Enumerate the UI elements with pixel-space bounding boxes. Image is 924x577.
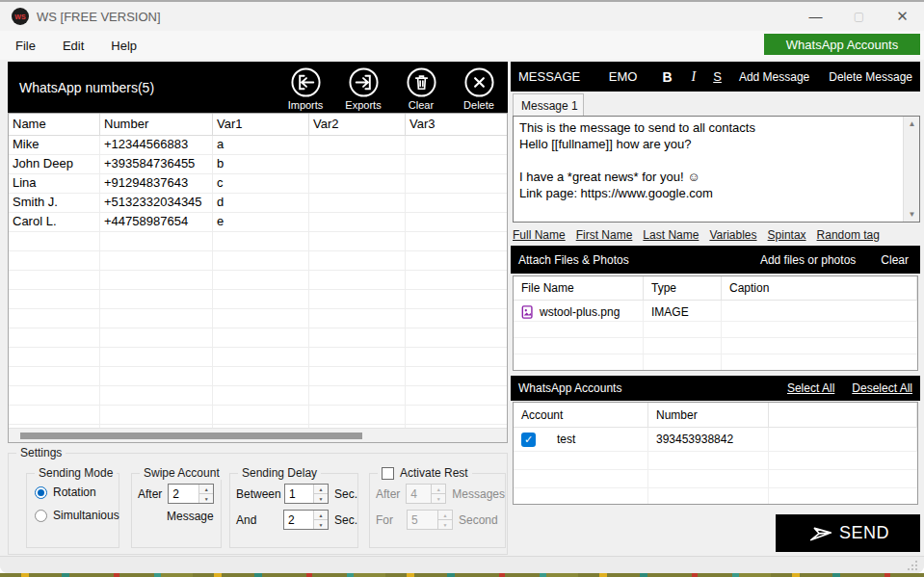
and-stepper[interactable]: 2 ▲▼ <box>283 510 329 530</box>
attachments-table-header: File Name Type Caption <box>514 276 917 301</box>
column-var1[interactable]: Var1 <box>213 114 309 135</box>
settings-panel: Settings Sending Mode Rotation Simultani… <box>8 447 508 555</box>
arrow-up-icon[interactable]: ▲ <box>314 511 328 520</box>
swipe-after-value[interactable]: 2 <box>169 485 198 503</box>
cell-blank <box>769 428 917 451</box>
last-name-link[interactable]: Last Name <box>643 228 699 242</box>
swipe-after-stepper[interactable]: 2 ▲▼ <box>168 484 214 504</box>
column-var3[interactable]: Var3 <box>406 114 507 135</box>
clear-files-button[interactable]: Clear <box>881 253 909 267</box>
arrow-down-icon: ▼ <box>438 520 452 529</box>
cell-name: Smith J. <box>9 194 100 212</box>
strikethrough-button[interactable]: S <box>713 69 722 84</box>
between-value[interactable]: 1 <box>285 485 313 503</box>
attachments-empty-rows <box>514 322 917 370</box>
message-input[interactable]: This is the message to send to all conta… <box>514 117 903 222</box>
column-account[interactable]: Account <box>514 403 648 427</box>
add-message-button[interactable]: Add Message <box>739 70 809 84</box>
attachments-toolbar: Attach Files & Photos Add files or photo… <box>511 246 920 274</box>
contacts-title: WhatsApp numbers(5) <box>19 80 277 95</box>
horizontal-scrollbar[interactable] <box>9 428 507 442</box>
menu-help[interactable]: Help <box>99 35 148 57</box>
variables-link[interactable]: Variables <box>709 228 756 242</box>
stepper-arrows[interactable]: ▲▼ <box>313 511 328 529</box>
scroll-up-icon[interactable]: ▲ <box>904 117 920 131</box>
first-name-link[interactable]: First Name <box>576 228 633 242</box>
column-name[interactable]: Name <box>9 114 100 135</box>
account-row[interactable]: ✓ test 393453938842 <box>514 428 917 452</box>
select-all-link[interactable]: Select All <box>787 381 834 395</box>
message-toolbar: MESSAGE EMO B I S Add Message Delete Mes… <box>511 62 920 92</box>
simultanious-radio[interactable] <box>35 510 47 522</box>
column-caption[interactable]: Caption <box>722 276 917 300</box>
contact-row[interactable]: Carol L. +44758987654 e <box>9 213 507 232</box>
exports-button[interactable]: Exports <box>334 65 392 111</box>
stepper-arrows[interactable]: ▲▼ <box>313 485 328 503</box>
random-tag-link[interactable]: Random tag <box>817 228 880 242</box>
add-files-button[interactable]: Add files or photos <box>760 253 856 267</box>
tab-message-1[interactable]: Message 1 <box>513 93 584 117</box>
scroll-down-icon[interactable]: ▼ <box>904 207 920 222</box>
rest-for-unit: Second <box>459 513 498 527</box>
arrow-up-icon[interactable]: ▲ <box>199 485 213 494</box>
italic-button[interactable]: I <box>692 69 697 85</box>
rotation-option[interactable]: Rotation <box>35 485 119 499</box>
cell-var1: e <box>213 213 309 231</box>
deselect-all-link[interactable]: Deselect All <box>852 381 912 395</box>
clear-label: Clear <box>409 99 434 111</box>
account-checkbox[interactable]: ✓ <box>521 433 536 447</box>
attachment-row[interactable]: wstool-plus.png IMAGE <box>514 301 917 322</box>
column-var2[interactable]: Var2 <box>309 114 406 135</box>
cell-number: +91294837643 <box>100 174 213 193</box>
bold-button[interactable]: B <box>662 69 672 85</box>
message-editor: This is the message to send to all conta… <box>513 116 920 223</box>
menu-edit[interactable]: Edit <box>51 35 95 57</box>
maximize-button[interactable]: ▢ <box>837 2 881 31</box>
column-type[interactable]: Type <box>644 276 722 300</box>
cell-var1: c <box>213 174 309 193</box>
menu-file[interactable]: File <box>4 35 47 57</box>
column-file-name[interactable]: File Name <box>514 276 644 300</box>
rest-for-value: 5 <box>408 511 437 529</box>
imports-button[interactable]: Imports <box>277 65 334 111</box>
rotation-radio[interactable] <box>35 486 47 499</box>
activate-rest-checkbox[interactable] <box>382 467 394 480</box>
contact-row[interactable]: Lina +91294837643 c <box>9 174 507 194</box>
send-label: SEND <box>839 523 889 543</box>
full-name-link[interactable]: Full Name <box>513 228 566 242</box>
whatsapp-accounts-button[interactable]: WhatsApp Accounts <box>764 34 920 55</box>
between-stepper[interactable]: 1 ▲▼ <box>284 484 329 504</box>
close-button[interactable]: ✕ <box>881 2 924 31</box>
arrow-down-icon[interactable]: ▼ <box>314 520 328 529</box>
contact-row[interactable]: John Deep +393584736455 b <box>9 155 507 174</box>
resize-grip[interactable] <box>907 560 918 571</box>
cell-account-number: 393453938842 <box>648 428 769 451</box>
delete-message-button[interactable]: Delete Message <box>829 70 912 84</box>
column-number[interactable]: Number <box>100 114 213 135</box>
arrow-down-icon[interactable]: ▼ <box>314 494 328 503</box>
column-account-number[interactable]: Number <box>648 403 769 427</box>
accounts-title: WhatsApp Accounts <box>518 381 787 395</box>
stepper-arrows[interactable]: ▲▼ <box>198 485 213 503</box>
contact-row[interactable]: Smith J. +5132332034345 d <box>9 194 507 213</box>
cell-file-name: wstool-plus.png <box>514 301 644 321</box>
cell-number: +393584736455 <box>100 155 213 173</box>
arrow-up-icon[interactable]: ▲ <box>314 485 328 494</box>
contacts-table: Name Number Var1 Var2 Var3 Mike +1234456… <box>8 113 508 443</box>
settings-groupbox: Settings Sending Mode Rotation Simultani… <box>8 453 508 555</box>
arrow-down-icon[interactable]: ▼ <box>199 494 213 503</box>
spintax-link[interactable]: Spintax <box>768 228 806 242</box>
message-scrollbar[interactable]: ▲ ▼ <box>903 117 919 222</box>
emoji-button[interactable]: EMO <box>609 69 638 84</box>
delete-button[interactable]: Delete <box>450 65 508 111</box>
and-value[interactable]: 2 <box>284 511 313 529</box>
minimize-button[interactable]: — <box>794 2 837 31</box>
simultanious-option[interactable]: Simultanious <box>35 509 119 522</box>
arrow-down-icon: ▼ <box>432 494 445 503</box>
sending-mode-groupbox: Sending Mode Rotation Simultanious <box>26 473 119 548</box>
cell-name: Lina <box>9 174 100 193</box>
send-button[interactable]: SEND <box>776 514 920 552</box>
scrollbar-thumb[interactable] <box>20 433 362 439</box>
contact-row[interactable]: Mike +12344566883 a <box>9 136 507 155</box>
clear-button[interactable]: Clear <box>392 65 450 111</box>
